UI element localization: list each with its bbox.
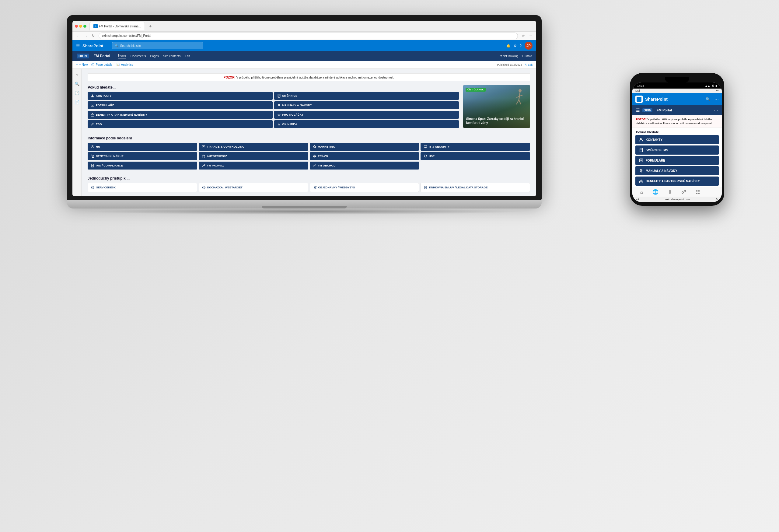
hse-button[interactable]: HSE [421, 152, 530, 160]
autoprovoz-button[interactable]: Autoprovoz [199, 152, 308, 160]
phone-bottom-bar: ⌂ 🌐 ⇧ ☍ ☷ ⋯ [632, 187, 722, 196]
analytics-button[interactable]: 📊 Analytics [116, 63, 133, 66]
phone-manualy-btn[interactable]: MANUÁLY A NÁVODY [636, 166, 719, 175]
minimize-dot[interactable] [79, 25, 82, 28]
sp-search-bar[interactable]: 🔍 Search this site [112, 42, 203, 49]
help-icon[interactable]: ? [520, 44, 522, 48]
recent-sidebar-icon[interactable]: 🕑 [74, 90, 80, 96]
svg-point-26 [92, 157, 93, 158]
browser-tab[interactable]: S FM Portal - Domovská strana... [89, 22, 145, 31]
links-grid: Pokud hledáte... KONTAKTY [87, 85, 459, 128]
ims-compliance-button[interactable]: IMS / COMPLIANCE [87, 162, 197, 170]
tab-favicon: S [94, 24, 98, 28]
manualy-button[interactable]: MANUÁLY A NÁVODY [274, 101, 459, 109]
svg-rect-50 [640, 159, 643, 162]
kontakty-button[interactable]: KONTAKTY [87, 92, 273, 100]
mail-bar: Mail ⋯ [632, 88, 722, 93]
obchod-icon [313, 164, 316, 167]
nav-documents[interactable]: Documents [130, 55, 146, 58]
it-security-button[interactable]: IT & Security [421, 143, 530, 151]
notifications-icon[interactable]: 🔔 [506, 44, 511, 48]
sharepoint-app: ☰ SharePoint 🔍 Search this site 🔔 ⚙ ? JP [72, 40, 536, 196]
nav-pages[interactable]: Pages [150, 55, 159, 58]
phone-home-icon[interactable]: ⌂ [640, 189, 643, 195]
centralni-nakup-button[interactable]: Centrální nákup [87, 152, 197, 160]
phone-gift-icon [639, 179, 643, 183]
edit-button[interactable]: ✎ Edit [525, 63, 533, 66]
phone-more-bottom-icon[interactable]: ⋯ [709, 189, 714, 195]
phone-reload-icon[interactable]: ↻ [716, 198, 718, 201]
not-following-btn[interactable]: ♥ Not following [500, 55, 518, 58]
nav-site-contents[interactable]: Site contents [163, 55, 181, 58]
phone-alert-prefix: POZOR! [636, 118, 647, 121]
marketing-button[interactable]: Marketing [310, 143, 419, 151]
phone-url: okin.sharepoint.com [665, 198, 690, 201]
phone-share-icon[interactable]: ⇧ [668, 189, 672, 195]
benefity-button[interactable]: BENEFITY a PARTNERSKÉ NABÍDKY [87, 111, 273, 119]
phone-sp-more[interactable]: ⋯ [715, 97, 719, 102]
phone-address-bar: aA okin.sharepoint.com ↻ [632, 196, 722, 202]
phone-bookmark-icon[interactable]: ☍ [681, 189, 686, 195]
phone-pin-icon [639, 169, 643, 173]
svg-line-18 [516, 96, 519, 98]
maximize-dot[interactable] [83, 25, 86, 28]
phone-hamburger[interactable]: ☰ [636, 108, 640, 113]
home-sidebar-icon[interactable]: ⌂ [74, 72, 80, 77]
smernice-button[interactable]: SMĚRNICE [274, 92, 459, 100]
departments-section: Informace podle oddělení HR Finance & Co… [87, 136, 530, 170]
person-icon [91, 94, 94, 98]
sites-sidebar-icon[interactable]: 📄 [74, 99, 80, 105]
close-dot[interactable] [75, 25, 78, 28]
hr-button[interactable]: HR [87, 143, 197, 151]
phone-more-icon[interactable]: ⋯ [714, 108, 718, 113]
site-nav: Home Documents Pages Site contents Edit [118, 54, 190, 58]
bookmark-icon[interactable]: ☆ [520, 33, 526, 39]
formulare-button[interactable]: FORMULÁŘE [87, 101, 273, 109]
info-icon: ⓘ [91, 63, 94, 67]
address-bar[interactable]: okin.sharepoint.com/sites/FM_Portal [99, 33, 518, 39]
hero-card[interactable]: ČÍST ČLÁNEK Simona Špak: Zázraky se dějí… [463, 85, 530, 128]
hamburger-icon[interactable]: ☰ [76, 43, 80, 48]
phone-sp-title: SharePoint [645, 97, 668, 102]
okin-logo: OKIN [77, 54, 89, 58]
phone-sp-search[interactable]: 🔍 [706, 97, 710, 101]
fm-obchod-button[interactable]: FM Obchod [310, 162, 419, 170]
bulb-icon [277, 122, 281, 126]
refresh-button[interactable]: ↻ [90, 33, 96, 39]
objednavky-button[interactable]: Objednávky / WebByzys [310, 183, 419, 192]
finance-button[interactable]: Finance & Controlling [199, 143, 308, 151]
phone-tabs-icon[interactable]: ☷ [696, 189, 700, 195]
hero-badge[interactable]: ČÍST ČLÁNEK [466, 87, 486, 92]
address-text: okin.sharepoint.com/sites/FM_Portal [102, 34, 151, 38]
phone-kontakty-btn[interactable]: KONTAKTY [636, 135, 719, 144]
new-tab-button[interactable]: + [147, 22, 154, 30]
phone-benefity-btn[interactable]: BENEFITY A PARTNERSKÉ NABÍDKY [636, 177, 719, 186]
phone-smernice-btn[interactable]: SMĚRNICE IMS [636, 145, 719, 155]
pro-novacky-button[interactable]: PRO NOVÁČKY [274, 111, 459, 119]
browser-actions: ☆ ⋯ [520, 33, 533, 39]
new-button[interactable]: + + New [76, 63, 87, 66]
forward-button[interactable]: → [83, 33, 89, 39]
search-sidebar-icon[interactable]: 🔍 [74, 81, 80, 86]
dochazka-button[interactable]: Docházka / Webtarget [199, 183, 308, 192]
share-btn[interactable]: ⇧ Share [521, 55, 532, 58]
nav-edit[interactable]: Edit [185, 55, 190, 58]
knihovna-button[interactable]: Knihovna smluv / Legal Data Storage [421, 183, 530, 192]
settings-icon[interactable]: ⋯ [528, 33, 533, 39]
pravo-button[interactable]: Právo [310, 152, 419, 160]
search-placeholder: Search this site [120, 44, 141, 48]
nav-home[interactable]: Home [118, 54, 126, 58]
settings-icon[interactable]: ⚙ [514, 44, 517, 48]
user-avatar[interactable]: JP [525, 42, 533, 50]
fm-provoz-button[interactable]: FM Provoz [199, 162, 308, 170]
servicedesk-button[interactable]: ServiceDesk [87, 183, 197, 192]
phone-globe-icon[interactable]: 🌐 [652, 189, 659, 195]
star-icon [277, 113, 281, 117]
car-icon [202, 154, 205, 158]
back-button[interactable]: ← [75, 33, 81, 39]
okin-idea-button[interactable]: OKIN IDEA [274, 120, 459, 128]
page-details-button[interactable]: ⓘ Page details [91, 63, 112, 67]
analytics-icon: 📊 [116, 63, 120, 66]
esg-button[interactable]: ESG [87, 120, 273, 128]
phone-formulare-btn[interactable]: FORMULÁŘE [636, 156, 719, 165]
